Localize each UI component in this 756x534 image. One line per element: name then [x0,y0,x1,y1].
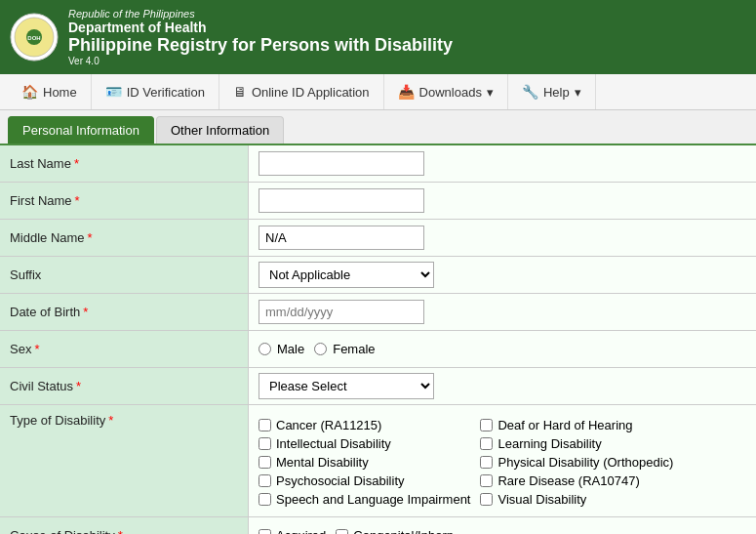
disability-psychosocial-checkbox[interactable] [259,474,271,487]
sex-label: Sex * [0,331,249,367]
nav-home-label: Home [43,85,77,100]
middle-name-row: Middle Name * [0,220,756,257]
version-label: Ver 4.0 [68,56,453,66]
dob-row: Date of Birth * [0,294,756,331]
middle-name-input[interactable] [259,226,424,250]
cause-of-disability-row: Cause of Disability * Acquired Congenita… [0,517,756,534]
disability-intellectual-checkbox[interactable] [259,437,271,450]
first-name-input[interactable] [259,188,424,213]
department-label: Department of Health [68,20,453,35]
disability-mental: Mental Disability [259,455,470,470]
first-name-field [249,183,756,219]
sex-radio-group: Male Female [259,342,376,356]
cause-of-disability-label: Cause of Disability * [0,517,249,534]
sex-field: Male Female [249,331,756,367]
nav-online-id-label: Online ID Application [252,85,370,100]
first-name-row: First Name * [0,183,756,220]
cause-acquired-checkbox[interactable] [259,529,271,534]
disability-type-row: Type of Disability * Cancer (RA11215) De… [0,405,756,517]
disability-type-label: Type of Disability * [0,405,249,516]
nav-id-verification[interactable]: 🪪 ID Verification [92,74,219,109]
disability-cancer-checkbox[interactable] [259,419,271,431]
suffix-row: Suffix Not Applicable Jr. Sr. II III IV [0,257,756,294]
cause-checkbox-group: Acquired Congenital/Inborn [259,528,454,534]
disability-intellectual: Intellectual Disability [259,436,470,451]
disability-learning-checkbox[interactable] [480,437,493,450]
disability-deaf: Deaf or Hard of Hearing [480,418,692,432]
disability-visual: Visual Disability [480,492,692,507]
suffix-field: Not Applicable Jr. Sr. II III IV [249,257,756,293]
disability-speech: Speech and Language Impairment [259,492,470,507]
dob-label: Date of Birth * [0,294,249,330]
sex-male-radio[interactable] [259,343,271,355]
help-dropdown-icon: ▾ [575,85,581,100]
disability-rare: Rare Disease (RA10747) [480,473,692,488]
form-tabs: Personal Information Other Information [0,110,756,145]
sex-row: Sex * Male Female [0,331,756,368]
last-name-required: * [74,156,79,171]
downloads-icon: 📥 [398,84,415,100]
disability-checkbox-grid: Cancer (RA11215) Deaf or Hard of Hearing… [259,413,693,512]
navbar: 🏠 Home 🪪 ID Verification 🖥 Online ID App… [0,74,756,110]
header-text: Republic of the Philippines Department o… [68,8,453,66]
disability-speech-checkbox[interactable] [259,493,271,506]
cause-required: * [118,528,123,534]
help-icon: 🔧 [522,84,538,100]
online-id-icon: 🖥 [233,84,247,100]
cause-of-disability-field: Acquired Congenital/Inborn [249,517,756,534]
disability-physical: Physical Disability (Orthopedic) [480,455,692,470]
disability-rare-checkbox[interactable] [480,474,493,487]
home-icon: 🏠 [21,84,38,100]
last-name-label: Last Name * [0,145,249,182]
disability-cancer: Cancer (RA11215) [259,418,470,432]
middle-name-label: Middle Name * [0,220,249,256]
cause-congenital-checkbox[interactable] [336,529,348,534]
sex-female-label[interactable]: Female [314,342,375,356]
svg-text:DOH: DOH [27,35,40,41]
disability-visual-checkbox[interactable] [480,493,493,506]
tab-other-information[interactable]: Other Information [156,116,284,144]
nav-downloads[interactable]: 📥 Downloads ▾ [384,74,508,109]
dob-input[interactable] [259,300,424,324]
cause-congenital: Congenital/Inborn [336,528,454,534]
disability-deaf-checkbox[interactable] [480,419,493,431]
republic-label: Republic of the Philippines [68,8,453,20]
disability-mental-checkbox[interactable] [259,456,271,469]
disability-type-field: Cancer (RA11215) Deaf or Hard of Hearing… [249,405,756,516]
middle-name-required: * [88,230,93,245]
downloads-dropdown-icon: ▾ [487,85,494,100]
form-container: Last Name * First Name * Middle Name * S… [0,145,756,534]
cause-acquired: Acquired [259,528,326,534]
civil-status-required: * [76,379,81,393]
nav-home[interactable]: 🏠 Home [8,74,92,109]
nav-help-label: Help [543,85,570,100]
dob-field [249,294,756,330]
disability-learning: Learning Disability [480,436,692,451]
nav-online-id[interactable]: 🖥 Online ID Application [219,74,384,109]
page-header: DOH Republic of the Philippines Departme… [0,0,756,74]
disability-psychosocial: Psychosocial Disability [259,473,470,488]
nav-help[interactable]: 🔧 Help ▾ [508,74,596,109]
civil-status-row: Civil Status * Please Select Single Marr… [0,368,756,405]
last-name-field [249,145,756,182]
disability-type-required: * [108,413,113,428]
nav-id-verification-label: ID Verification [127,85,205,100]
civil-status-select[interactable]: Please Select Single Married Widowed Sep… [259,373,434,399]
tab-personal-information[interactable]: Personal Information [8,116,154,144]
sex-required: * [34,342,39,356]
civil-status-field: Please Select Single Married Widowed Sep… [249,368,756,404]
id-verification-icon: 🪪 [105,84,122,100]
civil-status-label: Civil Status * [0,368,249,404]
last-name-input[interactable] [259,151,424,176]
suffix-select[interactable]: Not Applicable Jr. Sr. II III IV [259,262,434,288]
disability-physical-checkbox[interactable] [480,456,493,469]
sex-male-label[interactable]: Male [259,342,304,356]
first-name-required: * [75,193,80,208]
nav-downloads-label: Downloads [419,85,482,100]
suffix-label: Suffix [0,257,249,293]
dob-required: * [83,305,88,319]
registry-label: Philippine Registry for Persons with Dis… [68,35,453,56]
sex-female-radio[interactable] [314,343,327,355]
first-name-label: First Name * [0,183,249,219]
doh-logo: DOH [10,13,59,62]
